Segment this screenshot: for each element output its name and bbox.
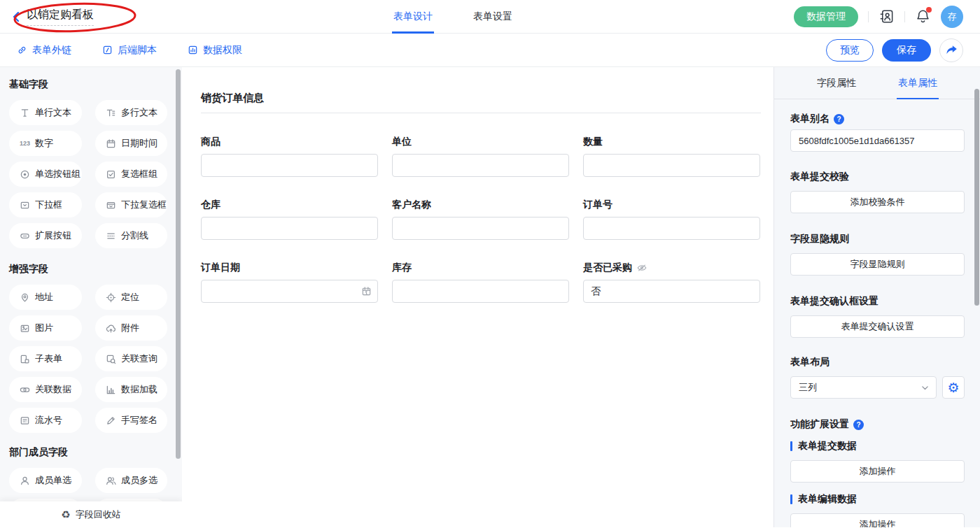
field-item-checkbox-group[interactable]: 复选框组	[95, 162, 167, 187]
people-icon	[106, 476, 116, 486]
field-label: 数量	[583, 136, 760, 148]
form-toolbar: 表单外链 后端脚本 数据权限 预览 保存	[0, 34, 980, 67]
field-item-divider-line[interactable]: 分割线	[95, 223, 167, 248]
field-item-image[interactable]: 图片	[9, 315, 82, 341]
header-right: 数据管理 存	[794, 6, 980, 28]
field-item-subform[interactable]: 子表单	[9, 346, 82, 371]
form-field-quantity[interactable]: 数量	[583, 136, 760, 177]
field-item-signature[interactable]: 手写签名	[95, 408, 167, 433]
field-item-single-text[interactable]: 单行文本	[9, 100, 82, 125]
toolbar-actions: 预览 保存	[826, 38, 963, 62]
extension-label: 功能扩展设置	[790, 418, 849, 431]
share-arrow-icon	[946, 45, 958, 55]
field-label: 仓库	[201, 199, 378, 211]
customer-name-input[interactable]	[392, 217, 569, 240]
number-icon: 123	[20, 140, 30, 147]
warehouse-input[interactable]	[201, 217, 378, 240]
field-label: 订单日期	[201, 262, 378, 274]
pen-icon	[106, 415, 116, 426]
form-section-title[interactable]: 销货订单信息	[201, 92, 761, 105]
field-label: 库存	[392, 262, 569, 274]
back-icon[interactable]	[13, 12, 20, 22]
user-avatar[interactable]: 存	[941, 6, 963, 28]
help-question-icon[interactable]: ?	[834, 114, 844, 124]
data-manage-button[interactable]: 数据管理	[794, 6, 858, 27]
visibility-rule-heading: 字段显隐规则	[790, 233, 965, 245]
header-left: 以销定购看板	[0, 0, 94, 33]
form-field-order-no[interactable]: 订单号	[583, 199, 760, 240]
form-field-product[interactable]: 商品	[201, 136, 378, 177]
tab-form-design[interactable]: 表单设计	[392, 0, 434, 34]
layout-select[interactable]: 三列	[790, 376, 937, 399]
add-check-condition-button[interactable]: 添加校验条件	[790, 191, 965, 213]
notification-bell[interactable]	[915, 8, 931, 24]
person-icon	[20, 476, 30, 486]
panel-body: 表单别名 ? 表单提交校验 添加校验条件 字段显隐规则 字段显隐规则 表单提交确…	[774, 113, 980, 527]
tab-field-properties[interactable]: 字段属性	[816, 67, 858, 99]
tab-form-settings[interactable]: 表单设置	[472, 0, 514, 34]
unit-input[interactable]	[392, 154, 569, 177]
field-item-serial-number[interactable]: 流水号	[9, 408, 82, 433]
form-field-stock[interactable]: 库存	[392, 262, 569, 303]
field-label: 单位	[392, 136, 569, 148]
form-field-purchased[interactable]: 是否已采购	[583, 262, 760, 303]
contacts-book-icon[interactable]	[878, 8, 895, 24]
link-label: 表单外链	[32, 44, 71, 57]
form-field-warehouse[interactable]: 仓库	[201, 199, 378, 240]
form-field-unit[interactable]: 单位	[392, 136, 569, 177]
field-item-extend-button[interactable]: 扩展按钮	[9, 223, 82, 248]
window-scrollbar[interactable]	[974, 89, 979, 306]
tab-form-properties[interactable]: 表单属性	[897, 67, 939, 99]
field-item-member-single[interactable]: 成员单选	[9, 468, 82, 493]
form-alias-heading: 表单别名 ?	[790, 113, 965, 125]
header-tabs: 表单设计 表单设置	[392, 0, 514, 34]
field-item-related-data[interactable]: 关联数据	[9, 377, 82, 402]
form-field-customer-name[interactable]: 客户名称	[392, 199, 569, 240]
link-label: 数据权限	[203, 44, 242, 57]
field-item-datetime[interactable]: 日期时间	[95, 131, 167, 156]
share-button[interactable]	[939, 38, 963, 62]
add-submit-action-button[interactable]: 添加操作	[790, 460, 965, 483]
add-edit-action-button[interactable]: 添加操作	[790, 513, 965, 527]
field-item-member-multi[interactable]: 成员多选	[95, 468, 167, 493]
app-title[interactable]: 以销定购看板	[27, 8, 94, 26]
purchased-input[interactable]	[583, 280, 760, 303]
multi-select-icon	[106, 200, 116, 211]
form-external-link[interactable]: 表单外链	[17, 44, 71, 57]
subform-icon	[20, 354, 30, 364]
preview-button[interactable]: 预览	[826, 39, 874, 62]
field-item-location[interactable]: 定位	[95, 285, 167, 310]
calendar-icon	[106, 138, 116, 149]
data-permission-link[interactable]: 数据权限	[188, 44, 242, 57]
form-canvas: 销货订单信息 商品 单位 数量 仓库	[182, 67, 774, 527]
order-date-input[interactable]	[201, 280, 378, 303]
backend-script-link[interactable]: 后端脚本	[102, 44, 157, 57]
layout-settings-button[interactable]: ⚙	[942, 376, 965, 399]
field-item-select[interactable]: 下拉框	[9, 192, 82, 217]
panel-tabs: 字段属性 表单属性	[774, 67, 980, 99]
form-alias-input[interactable]	[790, 129, 965, 152]
order-no-input[interactable]	[583, 217, 760, 240]
field-item-data-load[interactable]: 数据加载	[95, 377, 167, 402]
stock-input[interactable]	[392, 280, 569, 303]
section-title-enhanced: 增强字段	[9, 263, 182, 276]
field-item-multi-select[interactable]: 下拉复选框	[95, 192, 167, 217]
confirm-setting-button[interactable]: 表单提交确认设置	[790, 315, 965, 338]
field-item-multi-text[interactable]: 多行文本	[95, 100, 167, 125]
field-item-address[interactable]: 地址	[9, 285, 82, 310]
field-item-number[interactable]: 123 数字	[9, 131, 82, 156]
main-content: 基础字段 单行文本 多行文本 123 数字 日期时间	[0, 67, 980, 527]
divider	[868, 11, 869, 22]
submit-data-subheading: 表单提交数据	[790, 440, 965, 452]
field-recycle-bin[interactable]: ♻ 字段回收站	[0, 501, 182, 527]
help-question-icon[interactable]: ?	[853, 420, 864, 430]
field-item-lookup-query[interactable]: 关联查询	[95, 346, 167, 371]
field-item-attachment[interactable]: 附件	[95, 315, 167, 341]
sidebar-scrollbar[interactable]	[176, 69, 181, 459]
form-field-order-date[interactable]: 订单日期	[201, 262, 378, 303]
quantity-input[interactable]	[583, 154, 760, 177]
product-input[interactable]	[201, 154, 378, 177]
visibility-rule-button[interactable]: 字段显隐规则	[790, 253, 965, 276]
field-item-radio-group[interactable]: 单选按钮组	[9, 162, 82, 187]
save-button[interactable]: 保存	[882, 39, 931, 62]
